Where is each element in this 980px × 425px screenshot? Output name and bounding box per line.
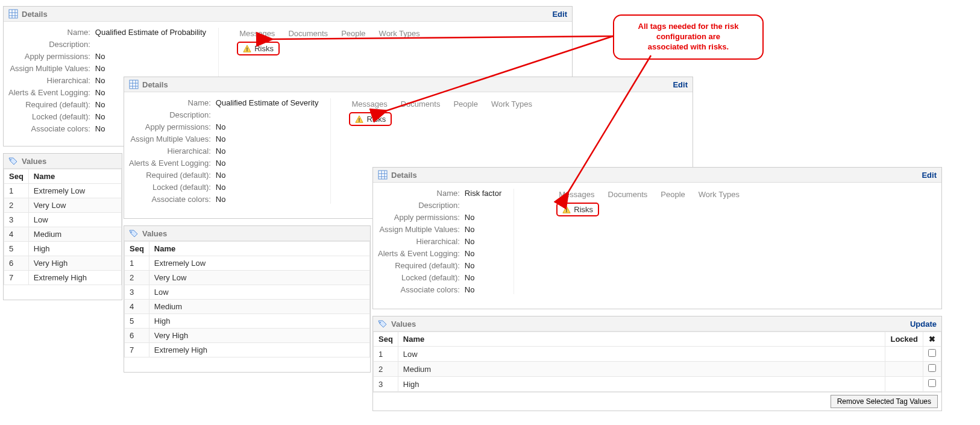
table-row[interactable]: 1Extremely Low (4, 184, 122, 198)
tag-icon (8, 156, 18, 166)
row-select-checkbox[interactable] (928, 349, 936, 357)
svg-rect-16 (378, 171, 387, 179)
risks-chip-3[interactable]: ! Risks (556, 203, 599, 216)
svg-rect-0 (9, 10, 17, 18)
lbl-lock: Locked (default): (8, 112, 90, 121)
tab-people[interactable]: People (341, 29, 365, 38)
row-select-checkbox[interactable] (928, 379, 936, 387)
lbl-perm: Apply permissions: (8, 52, 90, 61)
tab-worktypes[interactable]: Work Types (699, 190, 740, 199)
svg-text:!: ! (566, 207, 568, 213)
table-row[interactable]: 5High (4, 242, 122, 256)
svg-point-15 (131, 231, 132, 233)
tab-messages[interactable]: Messages (559, 190, 594, 199)
edit-link-1[interactable]: Edit (552, 10, 567, 19)
tab-documents[interactable]: Documents (288, 29, 328, 38)
edit-link-3[interactable]: Edit (922, 171, 937, 180)
val-name-3: Risk factor (465, 189, 501, 198)
val-name-1: Qualified Estimate of Probability (95, 28, 206, 37)
row-select-checkbox[interactable] (928, 364, 936, 372)
values-panel-2: Values Seq Name 1Extremely Low2Very Low3… (124, 225, 371, 373)
col-name: Name (28, 169, 121, 184)
table-row[interactable]: 6Very High (125, 329, 370, 343)
tab-messages[interactable]: Messages (239, 29, 275, 38)
tabs-1: Messages Documents People Work Types (237, 28, 567, 42)
table-row[interactable]: 3Low (4, 213, 122, 227)
table-row[interactable]: 5High (125, 314, 370, 329)
lbl-col: Associate colors: (8, 124, 90, 133)
delete-column-icon: ✖ (923, 332, 941, 347)
values-panel-1: Values Seq Name 1Extremely Low2Very Low3… (3, 153, 122, 300)
tab-worktypes[interactable]: Work Types (491, 99, 532, 109)
grid-icon (8, 9, 18, 19)
table-row[interactable]: 6Very High (4, 256, 122, 271)
table-row[interactable]: 7Extremely High (125, 343, 370, 357)
table-row[interactable]: 1Extremely Low (125, 256, 370, 271)
remove-selected-button[interactable]: Remove Selected Tag Values (831, 395, 938, 408)
details-header-1: Details Edit (4, 7, 572, 22)
values-table-2: Seq Name 1Extremely Low2Very Low3Low4Med… (124, 241, 370, 357)
table-row[interactable]: 3High (374, 377, 941, 392)
svg-text:!: ! (247, 46, 248, 52)
risks-chip-2[interactable]: ! Risks (349, 112, 392, 126)
table-row[interactable]: 4Medium (125, 300, 370, 314)
grid-icon (129, 80, 139, 89)
lbl-alerts: Alerts & Event Logging: (8, 88, 90, 97)
lbl-hier: Hierarchical: (8, 76, 90, 85)
risks-chip-1[interactable]: ! Risks (237, 42, 280, 55)
edit-link-2[interactable]: Edit (673, 80, 688, 89)
svg-text:!: ! (359, 116, 360, 122)
table-row[interactable]: 2Very Low (4, 198, 122, 213)
update-link[interactable]: Update (910, 320, 937, 329)
table-row[interactable]: 7Extremely High (4, 271, 122, 285)
tab-messages[interactable]: Messages (351, 99, 387, 109)
tabs-3: Messages Documents People Work Types (556, 189, 937, 203)
lbl-desc: Description: (8, 40, 90, 49)
lbl-name: Name: (8, 28, 90, 37)
svg-rect-8 (130, 80, 138, 89)
tab-documents[interactable]: Documents (608, 190, 648, 199)
table-row[interactable]: 2Medium (374, 362, 941, 377)
col-seq: Seq (4, 169, 29, 184)
lbl-req: Required (default): (8, 100, 90, 109)
table-row[interactable]: 2Very Low (125, 271, 370, 285)
tab-people[interactable]: People (453, 99, 477, 109)
details-title: Details (22, 10, 48, 19)
table-row[interactable]: 3Low (125, 285, 370, 300)
tag-icon (129, 228, 139, 238)
table-row[interactable]: 1Low (374, 347, 941, 362)
warning-icon: ! (562, 206, 571, 214)
details-panel-3: Details Edit Name: Risk factor Descripti… (372, 167, 942, 309)
warning-icon: ! (243, 45, 251, 53)
table-row[interactable]: 4Medium (4, 227, 122, 242)
grid-icon (378, 170, 388, 180)
fields-2: Name: Qualified Estimate of Severity Des… (129, 98, 318, 204)
tag-icon (378, 319, 388, 329)
tab-worktypes[interactable]: Work Types (379, 29, 420, 38)
tabs-2: Messages Documents People Work Types (349, 98, 688, 112)
values-table-1: Seq Name 1Extremely Low2Very Low3Low4Med… (4, 169, 122, 285)
fields-3: Name: Risk factor Description: Apply per… (378, 189, 501, 294)
svg-point-7 (10, 159, 11, 160)
tab-people[interactable]: People (661, 190, 685, 199)
values-panel-3: Values Update Seq Name Locked ✖ 1Low2Med… (372, 316, 942, 411)
tab-documents[interactable]: Documents (401, 99, 441, 109)
lbl-multi: Assign Multiple Values: (8, 64, 90, 73)
val-name-2: Qualified Estimate of Severity (216, 98, 319, 107)
svg-point-23 (380, 322, 381, 323)
values-table-3: Seq Name Locked ✖ 1Low2Medium3High (373, 332, 941, 392)
warning-icon: ! (355, 115, 363, 124)
values-title-1: Values (22, 157, 46, 166)
annotation-callout: All tags needed for the risk configurati… (613, 14, 764, 60)
